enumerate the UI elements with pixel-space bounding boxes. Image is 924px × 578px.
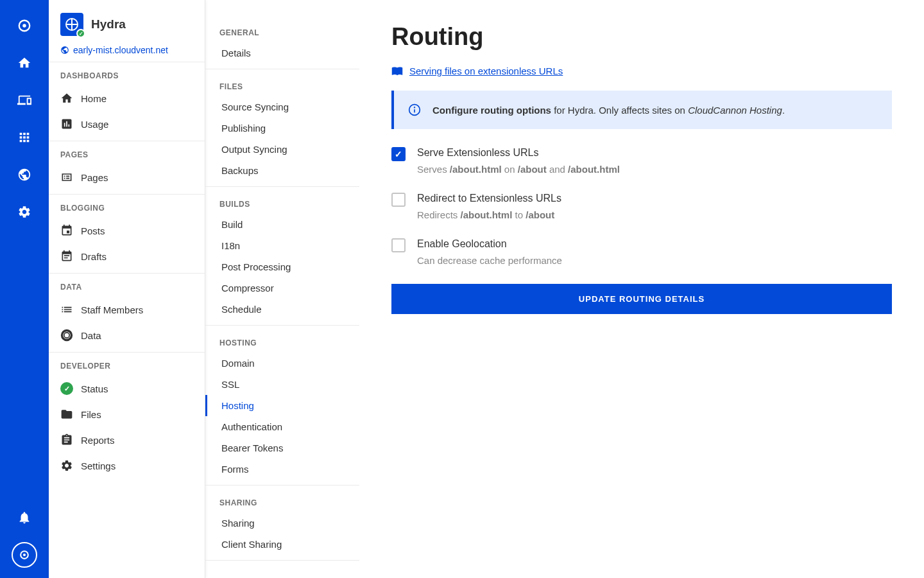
sidebar-item-label: Data <box>81 330 101 341</box>
settings-item-post-processing[interactable]: Post Processing <box>205 256 359 277</box>
checkbox-serve-extensionless-urls[interactable] <box>391 147 406 161</box>
nav-rail <box>0 0 49 578</box>
option-help: Redirects /about.html to /about <box>417 209 892 220</box>
donut-icon <box>60 329 73 342</box>
main-content: Routing Serving files on extensionless U… <box>359 0 924 578</box>
svg-point-3 <box>23 554 26 556</box>
settings-item-sharing[interactable]: Sharing <box>205 512 359 534</box>
site-url-link[interactable]: early-mist.cloudvent.net <box>60 45 193 55</box>
option-label: Serve Extensionless URLs <box>417 147 892 159</box>
site-sidebar: Hydra early-mist.cloudvent.net DASHBOARD… <box>49 0 205 578</box>
settings-item-backups[interactable]: Backups <box>205 160 359 181</box>
sidebar-item-label: Reports <box>81 435 115 446</box>
nav-section-header: DEVELOPER <box>49 362 205 376</box>
site-name: Hydra <box>91 17 126 31</box>
sidebar-item-pages[interactable]: Pages <box>49 164 205 190</box>
checkbox-redirect-to-extensionless-urls[interactable] <box>391 193 406 207</box>
site-url-text: early-mist.cloudvent.net <box>73 45 168 55</box>
sidebar-item-label: Settings <box>81 460 116 471</box>
settings-item-forms[interactable]: Forms <box>205 459 359 480</box>
settings-item-hosting[interactable]: Hosting <box>205 395 359 416</box>
settings-nav: GENERALDetailsFILESSource SyncingPublish… <box>205 0 359 578</box>
settings-item-i18n[interactable]: I18n <box>205 235 359 256</box>
nav-section-header: DATA <box>49 283 205 297</box>
info-box: Configure routing options for Hydra. Onl… <box>391 91 892 129</box>
sidebar-item-label: Files <box>81 409 101 420</box>
gear-icon <box>60 459 73 472</box>
sidebar-item-reports[interactable]: Reports <box>49 427 205 453</box>
globe-icon <box>60 46 69 55</box>
folder-icon <box>60 408 73 421</box>
settings-item-publishing[interactable]: Publishing <box>205 118 359 139</box>
doc-link[interactable]: Serving files on extensionless URLs <box>391 65 892 76</box>
page-icon <box>60 171 73 184</box>
sidebar-item-status[interactable]: ✓Status <box>49 376 205 401</box>
svg-point-1 <box>22 24 26 28</box>
rail-apps-icon[interactable] <box>12 125 37 150</box>
rail-account-icon[interactable] <box>12 542 37 568</box>
sidebar-item-data[interactable]: Data <box>49 322 205 348</box>
rail-logo[interactable] <box>12 13 37 39</box>
sidebar-item-posts[interactable]: Posts <box>49 218 205 243</box>
sidebar-item-label: Drafts <box>81 251 107 262</box>
settings-item-build[interactable]: Build <box>205 214 359 235</box>
info-text: Configure routing options for Hydra. Onl… <box>432 105 785 116</box>
sidebar-item-label: Home <box>81 93 107 104</box>
sidebar-item-label: Posts <box>81 225 105 236</box>
settings-group-header: HOSTING <box>205 332 359 353</box>
doc-link-text: Serving files on extensionless URLs <box>409 66 563 76</box>
list-icon <box>60 303 73 316</box>
sidebar-item-home[interactable]: Home <box>49 85 205 111</box>
chart-icon <box>60 118 73 130</box>
settings-group-header: FILES <box>205 76 359 96</box>
svg-point-9 <box>415 107 415 108</box>
clipboard-icon <box>60 434 73 446</box>
sidebar-item-label: Status <box>81 383 108 394</box>
settings-item-ssl[interactable]: SSL <box>205 374 359 395</box>
sidebar-item-usage[interactable]: Usage <box>49 111 205 137</box>
rail-notifications-icon[interactable] <box>12 505 37 530</box>
settings-item-output-syncing[interactable]: Output Syncing <box>205 139 359 160</box>
checkbox-enable-geolocation[interactable] <box>391 238 406 252</box>
site-logo <box>60 13 83 36</box>
sidebar-item-label: Usage <box>81 119 108 130</box>
sidebar-item-staff-members[interactable]: Staff Members <box>49 297 205 322</box>
home-icon <box>60 92 73 105</box>
option-help: Serves /about.html on /about and /about.… <box>417 164 892 175</box>
sidebar-item-drafts[interactable]: Drafts <box>49 243 205 269</box>
sidebar-item-files[interactable]: Files <box>49 401 205 427</box>
status-dot <box>76 29 85 38</box>
option-help: Can decrease cache performance <box>417 255 892 266</box>
sidebar-item-label: Pages <box>81 172 108 183</box>
sidebar-item-settings[interactable]: Settings <box>49 453 205 478</box>
settings-item-schedule[interactable]: Schedule <box>205 299 359 320</box>
page-title: Routing <box>391 23 892 51</box>
book-icon <box>391 65 403 76</box>
option-row: Redirect to Extensionless URLsRedirects … <box>391 193 892 220</box>
update-routing-button[interactable]: UPDATE ROUTING DETAILS <box>391 284 892 314</box>
option-row: Serve Extensionless URLsServes /about.ht… <box>391 147 892 175</box>
event-icon <box>60 224 73 237</box>
sidebar-item-label: Staff Members <box>81 304 143 315</box>
settings-group-header: GENERAL <box>205 22 359 42</box>
event-draft-icon <box>60 250 73 263</box>
status-check-icon: ✓ <box>60 382 73 395</box>
settings-item-bearer-tokens[interactable]: Bearer Tokens <box>205 437 359 459</box>
rail-settings-icon[interactable] <box>12 199 37 225</box>
rail-devices-icon[interactable] <box>12 87 37 113</box>
settings-item-domain[interactable]: Domain <box>205 353 359 374</box>
settings-item-details[interactable]: Details <box>205 42 359 64</box>
option-row: Enable GeolocationCan decrease cache per… <box>391 238 892 266</box>
settings-item-compressor[interactable]: Compressor <box>205 277 359 299</box>
settings-item-authentication[interactable]: Authentication <box>205 416 359 437</box>
settings-item-client-sharing[interactable]: Client Sharing <box>205 534 359 555</box>
rail-globe-icon[interactable] <box>12 162 37 188</box>
settings-group-header: SHARING <box>205 492 359 512</box>
option-label: Redirect to Extensionless URLs <box>417 193 892 204</box>
settings-item-source-syncing[interactable]: Source Syncing <box>205 96 359 118</box>
nav-section-header: DASHBOARDS <box>49 71 205 85</box>
rail-home-icon[interactable] <box>12 50 37 76</box>
nav-section-header: PAGES <box>49 150 205 164</box>
settings-group-header: BUILDS <box>205 193 359 214</box>
option-label: Enable Geolocation <box>417 238 892 250</box>
